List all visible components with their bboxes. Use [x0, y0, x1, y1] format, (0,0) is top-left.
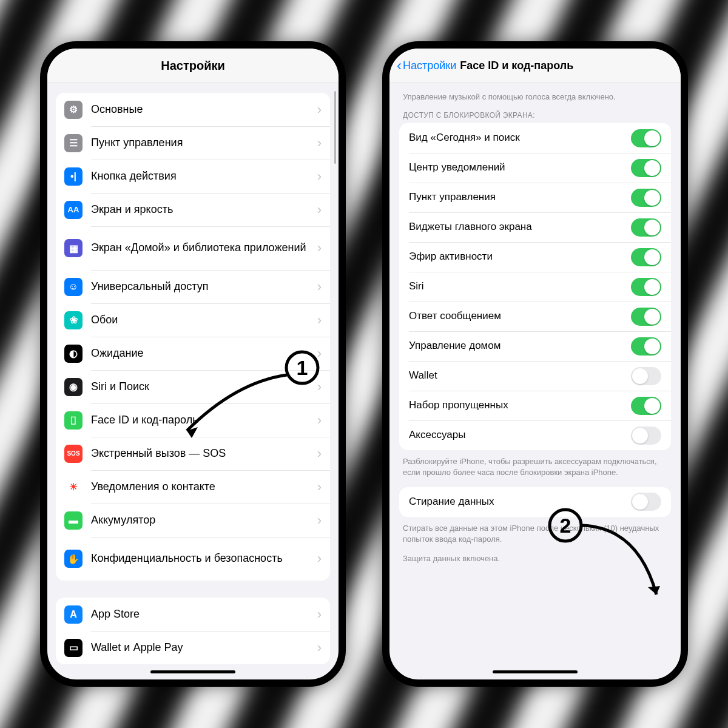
- toggle-row: Стирание данных: [399, 487, 671, 517]
- row-label: Wallet: [409, 369, 437, 382]
- row-icon: ☰: [64, 134, 83, 152]
- chevron-right-icon: ›: [317, 640, 322, 656]
- row-label: Вид «Сегодня» и поиск: [409, 132, 520, 144]
- row-icon: ⚙: [64, 101, 83, 119]
- home-indicator: [493, 670, 578, 673]
- chevron-right-icon: ›: [317, 312, 322, 328]
- toggle-switch[interactable]: [631, 426, 661, 445]
- page-title: Face ID и код-пароль: [460, 59, 573, 72]
- toggle-switch[interactable]: [631, 278, 661, 296]
- settings-row[interactable]: ✋Конфиденциальность и безопасность›: [56, 537, 330, 581]
- row-label: Стирание данных: [409, 496, 494, 508]
- toggle-row: Siri: [399, 272, 671, 302]
- chevron-right-icon: ›: [317, 240, 322, 256]
- toggle-switch[interactable]: [631, 308, 661, 326]
- row-icon: AA: [64, 201, 83, 219]
- row-label: Экран и яркость: [91, 203, 173, 217]
- chevron-right-icon: ›: [317, 551, 322, 567]
- row-label: Кнопка действия: [91, 170, 177, 183]
- row-icon: ▭: [64, 639, 83, 657]
- settings-row[interactable]: SOSЭкстренный вызов — SOS›: [56, 437, 330, 470]
- settings-row[interactable]: ❀Обои›: [56, 303, 330, 337]
- row-label: Центр уведомлений: [409, 161, 505, 174]
- toggle-row: Wallet: [399, 361, 671, 391]
- chevron-right-icon: ›: [317, 135, 322, 151]
- settings-row[interactable]: ⌷Face ID и код-пароль›: [56, 403, 330, 437]
- row-icon: ❀: [64, 311, 83, 329]
- row-label: Siri: [409, 280, 424, 292]
- toggle-switch[interactable]: [631, 337, 661, 356]
- toggle-row: Эфир активности: [399, 242, 671, 272]
- phone-right: ‹ Настройки Face ID и код-пароль Управле…: [382, 41, 688, 687]
- chevron-right-icon: ›: [317, 446, 322, 462]
- page-title: Настройки: [161, 59, 225, 73]
- chevron-right-icon: ›: [317, 413, 322, 428]
- row-icon: ◉: [64, 378, 83, 396]
- settings-row[interactable]: ▦Экран «Домой» и библиотека приложений›: [56, 226, 330, 270]
- settings-row[interactable]: ☰Пункт управления›: [56, 126, 330, 160]
- toggle-row: Пункт управления: [399, 183, 671, 212]
- row-icon: A: [64, 605, 83, 624]
- back-label: Настройки: [403, 59, 456, 72]
- row-label: Основные: [91, 103, 143, 116]
- row-label: Siri и Поиск: [91, 380, 149, 394]
- chevron-right-icon: ›: [317, 202, 322, 218]
- chevron-right-icon: ›: [317, 346, 322, 362]
- nav-bar: Настройки: [47, 49, 339, 83]
- row-label: Конфиденциальность и безопасность: [91, 552, 283, 565]
- settings-row[interactable]: ◉Siri и Поиск›: [56, 370, 330, 403]
- settings-row[interactable]: ▬Аккумулятор›: [56, 504, 330, 537]
- row-label: Универсальный доступ: [91, 280, 209, 294]
- toggle-switch[interactable]: [631, 159, 661, 177]
- chevron-right-icon: ›: [317, 513, 322, 528]
- settings-row[interactable]: AAЭкран и яркость›: [56, 193, 330, 226]
- toggle-row: Набор пропущенных: [399, 391, 671, 420]
- row-label: Виджеты главного экрана: [409, 221, 532, 233]
- row-label: Пункт управления: [91, 136, 183, 150]
- settings-row[interactable]: •|Кнопка действия›: [56, 160, 330, 193]
- settings-row[interactable]: ◐Ожидание›: [56, 337, 330, 370]
- row-label: Wallet и Apple Pay: [91, 641, 183, 655]
- toggle-switch[interactable]: [631, 218, 661, 237]
- row-icon: ☀: [64, 478, 83, 496]
- toggle-switch[interactable]: [631, 189, 661, 207]
- row-label: Эфир активности: [409, 251, 493, 263]
- row-label: Пункт управления: [409, 191, 496, 203]
- row-label: Управление домом: [409, 340, 500, 352]
- row-label: Аккумулятор: [91, 514, 155, 527]
- row-label: Ожидание: [91, 347, 144, 360]
- row-label: Уведомления о контакте: [91, 480, 215, 494]
- settings-row[interactable]: ▭Wallet и Apple Pay›: [56, 631, 330, 664]
- section-header: ДОСТУП С БЛОКИРОВКОЙ ЭКРАНА:: [403, 111, 667, 120]
- row-label: Набор пропущенных: [409, 399, 508, 411]
- chevron-right-icon: ›: [317, 607, 322, 622]
- toggle-row: Центр уведомлений: [399, 153, 671, 183]
- row-icon: ☺: [64, 278, 83, 296]
- row-label: Face ID и код-пароль: [91, 414, 198, 427]
- protection-note: Защита данных включена.: [403, 553, 667, 564]
- settings-row[interactable]: ☀Уведомления о контакте›: [56, 470, 330, 504]
- row-icon: •|: [64, 167, 83, 186]
- toggle-switch[interactable]: [631, 493, 661, 511]
- toggle-switch[interactable]: [631, 248, 661, 266]
- settings-row[interactable]: ☺Универсальный доступ›: [56, 270, 330, 303]
- scrollbar[interactable]: [334, 91, 336, 164]
- toggle-row: Аксессуары: [399, 420, 671, 450]
- toggle-switch[interactable]: [631, 397, 661, 415]
- settings-row[interactable]: ⚙Основные›: [56, 93, 330, 126]
- nav-bar: ‹ Настройки Face ID и код-пароль: [389, 49, 681, 83]
- toggle-switch[interactable]: [631, 129, 661, 147]
- chevron-left-icon: ‹: [397, 57, 402, 74]
- row-icon: SOS: [64, 445, 83, 463]
- chevron-right-icon: ›: [317, 279, 322, 295]
- row-label: App Store: [91, 608, 140, 621]
- intro-text: Управление музыкой с помощью голоса всег…: [403, 92, 667, 103]
- toggle-switch[interactable]: [631, 367, 661, 385]
- accessories-note: Разблокируйте iPhone, чтобы разрешить ак…: [403, 456, 667, 478]
- back-button[interactable]: ‹ Настройки: [397, 57, 456, 74]
- settings-row[interactable]: AApp Store›: [56, 598, 330, 631]
- row-label: Экстренный вызов — SOS: [91, 447, 226, 460]
- toggle-row: Вид «Сегодня» и поиск: [399, 123, 671, 153]
- toggle-row: Ответ сообщением: [399, 302, 671, 331]
- chevron-right-icon: ›: [317, 479, 322, 495]
